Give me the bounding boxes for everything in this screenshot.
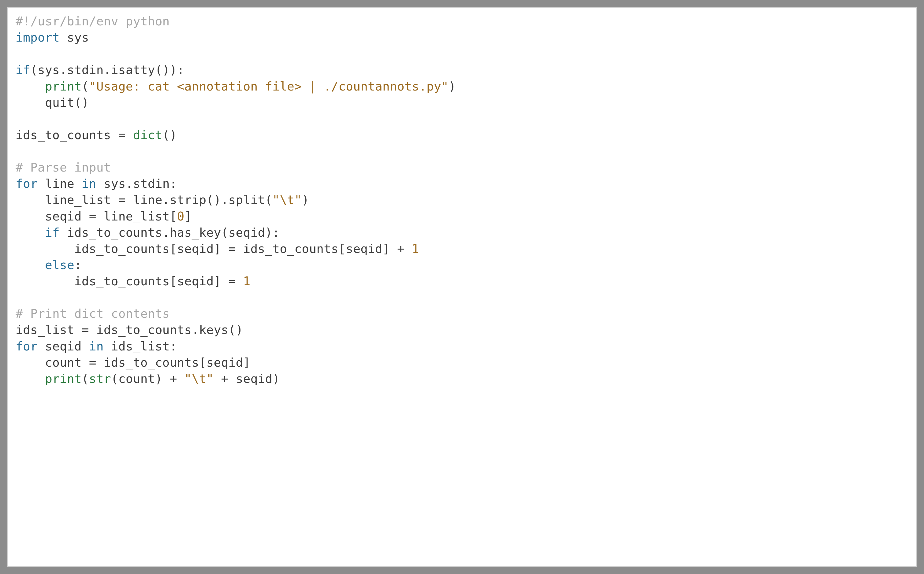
code-token: "\t" — [272, 192, 302, 207]
code-token: quit() — [16, 95, 89, 109]
code-token: # Parse input — [16, 160, 111, 174]
code-token: 1 — [412, 241, 419, 255]
code-token: print — [45, 79, 82, 93]
code-token: () — [163, 128, 177, 142]
code-block: #!/usr/bin/env python import sys if(sys.… — [16, 13, 908, 387]
code-token: sys.stdin: — [96, 177, 177, 191]
code-token: import — [16, 30, 60, 44]
code-token: ids_to_counts[seqid] = ids_to_counts[seq… — [16, 241, 412, 255]
code-token: ids_to_counts[seqid] = — [16, 274, 243, 288]
code-token: in — [82, 177, 96, 191]
code-token: ( — [82, 372, 89, 386]
code-token: ids_to_counts = — [16, 128, 133, 142]
code-token: ( — [82, 79, 89, 93]
code-token: 1 — [243, 274, 250, 288]
code-token: sys — [60, 30, 89, 44]
code-token: in — [89, 339, 104, 353]
code-token: + seqid) — [214, 372, 280, 386]
code-token: print — [45, 372, 82, 386]
code-token: for — [16, 177, 38, 191]
code-token: 0 — [177, 209, 185, 223]
code-token: # Print dict contents — [16, 306, 170, 320]
code-token — [16, 79, 45, 93]
code-token — [16, 258, 45, 272]
code-token: else — [45, 258, 74, 272]
code-token — [16, 372, 45, 386]
code-token: ids_list: — [104, 339, 177, 353]
code-token: for — [16, 339, 38, 353]
code-token: ) — [449, 79, 456, 93]
code-token: : — [74, 258, 82, 272]
code-token: #!/usr/bin/env python — [16, 14, 170, 28]
code-token: ids_to_counts.has_key(seqid): — [60, 226, 280, 240]
code-token: if — [16, 63, 30, 77]
code-token: str — [89, 372, 111, 386]
code-token: ids_list = ids_to_counts.keys() — [16, 323, 243, 337]
code-token — [16, 226, 45, 240]
code-token: ) — [302, 192, 309, 207]
code-token: seqid = line_list[ — [16, 209, 177, 223]
code-frame: #!/usr/bin/env python import sys if(sys.… — [7, 7, 917, 567]
code-token: "Usage: cat <annotation file> | ./counta… — [89, 79, 449, 93]
code-token: count = ids_to_counts[seqid] — [16, 355, 250, 369]
code-token: ] — [185, 209, 192, 223]
code-token: if — [45, 226, 60, 240]
code-token: (count) + — [111, 372, 185, 386]
code-token: seqid — [38, 339, 89, 353]
code-token: (sys.stdin.isatty()): — [30, 63, 185, 77]
code-token: line_list = line.strip().split( — [16, 192, 272, 207]
code-token: line — [38, 177, 82, 191]
code-token: "\t" — [185, 372, 214, 386]
code-token: dict — [133, 128, 163, 142]
